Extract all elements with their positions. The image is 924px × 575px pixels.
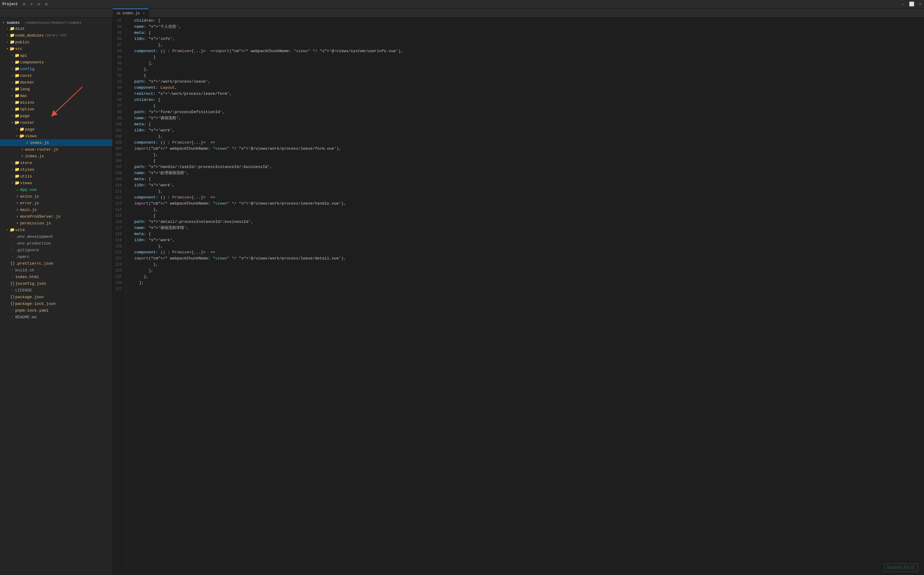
tree-icon-router-views-indexjs: ⚡ (24, 141, 30, 145)
maximize-icon[interactable]: ⬜ (909, 2, 914, 7)
sidebar-item-permission-js[interactable]: ⚡permission.js (0, 220, 113, 227)
sidebar-item-router-views[interactable]: ▾📂views (0, 133, 113, 139)
sidebar-item-env-dev[interactable]: ·.env.development (0, 233, 113, 240)
sidebar-item-axios-js[interactable]: ⚡axios.js (0, 193, 113, 200)
code-line-89: } (135, 54, 922, 60)
line-num-124: 124 (115, 268, 122, 274)
tab-index-js[interactable]: JS index.js × (113, 8, 149, 17)
code-line-121: component: () : Promise<{...}> => (135, 249, 922, 256)
line-num-91: 91 (115, 67, 122, 73)
line-num-94: 94 (115, 85, 122, 91)
nav-icon-2[interactable]: ≡ (30, 2, 33, 7)
tree-label-router-page: page (25, 127, 35, 132)
sidebar-item-readme-md[interactable]: ·README.md (0, 314, 113, 321)
code-line-112: component: () : Promise<{...}> => (135, 194, 922, 201)
sidebar-item-error-js[interactable]: ⚡error.js (0, 200, 113, 206)
tree-icon-views: 📁 (14, 181, 20, 185)
sidebar-item-vite[interactable]: ›📁vite (0, 227, 113, 233)
tree-icon-main-js: ⚡ (14, 208, 20, 212)
sidebar-item-components[interactable]: ›📁components (0, 59, 113, 65)
sidebar-item-pnpm-yaml[interactable]: ·pnpm-lock.yaml (0, 307, 113, 314)
sidebar-item-package-lock-json[interactable]: {}package-lock.json (0, 300, 113, 307)
sidebar-item-license[interactable]: ·LICENSE (0, 287, 113, 294)
line-num-121: 121 (115, 249, 122, 256)
sidebar: ▾ Saber3 ~/Workspaces/product/Saber3 ›📁d… (0, 17, 113, 575)
sidebar-item-mixins[interactable]: ›📁mixins (0, 99, 113, 106)
code-line-120: }, (135, 243, 922, 249)
tree-icon-docker: 📁 (14, 80, 20, 85)
tree-icon-vite: 📁 (10, 227, 15, 232)
tree-arrow-docker: › (10, 81, 14, 84)
sidebar-item-package-json[interactable]: {}package.json (0, 294, 113, 300)
code-line-123: }, (135, 262, 922, 268)
sidebar-item-const[interactable]: ›📁const (0, 72, 113, 79)
code-line-91: }, (135, 67, 922, 73)
sidebar-item-build-sh[interactable]: ·build.sh (0, 267, 113, 273)
sidebar-item-router-page[interactable]: ›📁page (0, 126, 113, 133)
tree-arrow-utils: › (10, 175, 14, 178)
sidebar-item-lang[interactable]: ›📁lang (0, 86, 113, 92)
sidebar-item-npmrc[interactable]: ·.npmrc (0, 253, 113, 260)
code-line-127 (135, 286, 922, 292)
sidebar-item-index-html[interactable]: ·index.html (0, 273, 113, 280)
sidebar-item-main-js[interactable]: ⚡main.js (0, 206, 113, 213)
line-num-125: 125 (115, 274, 122, 280)
code-line-92: { (135, 73, 922, 79)
sidebar-item-src[interactable]: ▾📂src (0, 45, 113, 52)
tree-arrow-node_modules: › (5, 34, 10, 37)
line-num-97: 97 (115, 103, 122, 109)
sidebar-item-mac[interactable]: ›📁mac (0, 92, 113, 99)
sidebar-item-app-vue[interactable]: ✓App.vue (0, 186, 113, 193)
sidebar-item-jsconfig-json[interactable]: {}jsconfig.json (0, 280, 113, 287)
tree-label-const: const (20, 73, 32, 78)
tree-label-views: views (20, 181, 32, 185)
sidebar-item-mockprodserver-js[interactable]: ⚡mockProdServer.js (0, 213, 113, 220)
sidebar-item-views[interactable]: ›📁views (0, 179, 113, 186)
sidebar-item-node_modules[interactable]: ›📁node_modules library root (0, 32, 113, 39)
tree-arrow-styles: › (10, 168, 14, 172)
close-icon[interactable]: ✕ (919, 2, 922, 7)
code-container[interactable]: 8184858687888990919293949596979899100101… (113, 17, 924, 575)
sidebar-item-gitignore[interactable]: ·.gitignore (0, 247, 113, 253)
line-num-86: 86 (115, 36, 122, 42)
nav-icon-3[interactable]: ⇄ (38, 2, 40, 7)
tab-close-button[interactable]: × (143, 11, 145, 15)
root-path: ~/Workspaces/product/Saber3 (23, 21, 82, 25)
sidebar-item-prettierrc[interactable]: {}.prettierrc.json (0, 260, 113, 267)
sidebar-item-store[interactable]: ›📁store (0, 159, 113, 166)
sidebar-item-page[interactable]: ›📁page (0, 113, 113, 119)
tree-label-permission-js: permission.js (20, 221, 51, 226)
code-line-95: redirect: "s">'/work/process/leave/form'… (135, 91, 922, 97)
sidebar-item-option[interactable]: ›📁option (0, 106, 113, 113)
sidebar-item-avue-router-js[interactable]: ⚡avue-router.js (0, 146, 113, 153)
sidebar-item-dist[interactable]: ›📁dist (0, 25, 113, 32)
code-line-94: component: Layout, (135, 85, 922, 91)
sidebar-item-styles[interactable]: ›📁styles (0, 166, 113, 173)
nav-icon-4[interactable]: ⚙ (45, 2, 48, 7)
sidebar-item-env-prod[interactable]: ·.env.production (0, 240, 113, 247)
sidebar-item-utils[interactable]: ›📁utils (0, 173, 113, 179)
line-num-102: 102 (115, 133, 122, 140)
tree-icon-api: 📁 (14, 53, 20, 58)
tree-icon-lang: 📁 (14, 87, 20, 92)
sidebar-item-docker[interactable]: ›📁docker (0, 79, 113, 86)
code-line-126: ]; (135, 280, 922, 286)
sidebar-item-router-indexjs[interactable]: ⚡index.js (0, 153, 113, 159)
sidebar-item-config[interactable]: ›📁config (0, 65, 113, 72)
tree-icon-index-html: · (10, 275, 15, 279)
tree-icon-node_modules: 📁 (10, 33, 15, 38)
tree-label-error-js: error.js (20, 201, 39, 205)
minimize-icon[interactable]: — (902, 2, 904, 7)
tree-arrow-page: › (10, 114, 14, 118)
sidebar-item-router[interactable]: ▾📂router (0, 119, 113, 126)
tree-arrow-router-views: ▾ (14, 134, 19, 138)
sidebar-item-api[interactable]: ›📁api (0, 52, 113, 59)
tree-label-vite: vite (15, 228, 25, 232)
tree-arrow-dist: › (5, 27, 10, 30)
sidebar-item-public[interactable]: ›📁public (0, 39, 113, 45)
nav-icon-1[interactable]: ⊕ (22, 2, 25, 7)
tree-label-axios-js: axios.js (20, 194, 39, 199)
tree-label-license: LICENSE (15, 288, 32, 293)
line-num-84: 84 (115, 24, 122, 30)
sidebar-item-router-views-indexjs[interactable]: ⚡index.js (0, 139, 113, 146)
